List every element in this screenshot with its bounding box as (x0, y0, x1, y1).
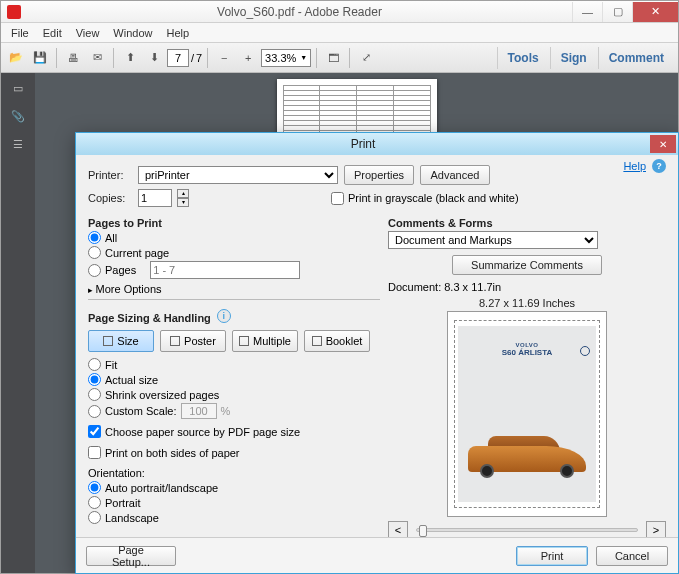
opt-all-row[interactable]: All (88, 231, 380, 244)
zoom-in-icon[interactable]: + (237, 47, 259, 69)
page-up-icon[interactable]: ⬆ (119, 47, 141, 69)
copies-spinner[interactable]: ▴▾ (177, 189, 189, 207)
print-icon[interactable]: 🖶 (62, 47, 84, 69)
maximize-button[interactable]: ▢ (602, 2, 632, 22)
opt-all-radio[interactable] (88, 231, 101, 244)
help-icon[interactable]: ? (652, 159, 666, 173)
nav-sidebar: ▭ 📎 ☰ (1, 73, 35, 573)
menu-window[interactable]: Window (107, 25, 158, 41)
toolbar: 📂 💾 🖶 ✉ ⬆ ⬇ / 7 − + 33.3%▼ 🗔 ⤢ Tools Sig… (1, 43, 678, 73)
tab-multiple[interactable]: Multiple (232, 330, 298, 352)
actual-size-row[interactable]: Actual size (88, 373, 380, 386)
orient-portrait-row[interactable]: Portrait (88, 496, 380, 509)
email-icon[interactable]: ✉ (86, 47, 108, 69)
titlebar: Volvo_S60.pdf - Adobe Reader — ▢ ✕ (1, 1, 678, 23)
minimize-button[interactable]: — (572, 2, 602, 22)
print-dialog: Print ✕ Help ? Printer: priPrinter Prope… (75, 132, 679, 574)
orientation-label: Orientation: (88, 467, 380, 479)
custom-scale-radio[interactable] (88, 405, 101, 418)
more-options-toggle[interactable]: More Options (88, 283, 380, 295)
page-setup-button[interactable]: Page Setup... (86, 546, 176, 566)
open-icon[interactable]: 📂 (5, 47, 27, 69)
choose-paper-row[interactable]: Choose paper source by PDF page size (88, 425, 380, 438)
print-preview: VOLVO S60 ÁRLISTA (447, 311, 607, 517)
poster-icon (170, 336, 180, 346)
print-button[interactable]: Print (516, 546, 588, 566)
opt-pages-radio[interactable] (88, 264, 101, 277)
grayscale-checkbox[interactable] (331, 192, 344, 205)
shrink-row[interactable]: Shrink oversized pages (88, 388, 380, 401)
close-button[interactable]: ✕ (632, 2, 678, 22)
preview-dimensions: 8.27 x 11.69 Inches (388, 297, 666, 309)
printer-label: Printer: (88, 169, 132, 181)
tool-icon-1[interactable]: 🗔 (322, 47, 344, 69)
opt-current-radio[interactable] (88, 246, 101, 259)
preview-brand2: S60 ÁRLISTA (502, 348, 553, 357)
tab-poster[interactable]: Poster (160, 330, 226, 352)
menu-file[interactable]: File (5, 25, 35, 41)
menubar: File Edit View Window Help (1, 23, 678, 43)
copies-label: Copies: (88, 192, 132, 204)
thumbnails-icon[interactable]: ▭ (9, 79, 27, 97)
size-icon (103, 336, 113, 346)
zoom-out-icon[interactable]: − (213, 47, 235, 69)
grayscale-checkbox-row[interactable]: Print in grayscale (black and white) (331, 192, 519, 205)
orient-auto-row[interactable]: Auto portrait/landscape (88, 481, 380, 494)
car-illustration (464, 428, 590, 482)
help-link[interactable]: Help (623, 160, 646, 172)
orient-auto-radio[interactable] (88, 481, 101, 494)
dialog-title: Print (76, 137, 650, 151)
actual-size-radio[interactable] (88, 373, 101, 386)
pages-to-print-heading: Pages to Print (88, 217, 380, 229)
dialog-close-button[interactable]: ✕ (650, 135, 676, 153)
booklet-icon (312, 336, 322, 346)
tool-icon-2[interactable]: ⤢ (355, 47, 377, 69)
pages-range-input[interactable] (150, 261, 300, 279)
cancel-button[interactable]: Cancel (596, 546, 668, 566)
orient-landscape-row[interactable]: Landscape (88, 511, 380, 524)
comments-forms-heading: Comments & Forms (388, 217, 666, 229)
page-number-input[interactable] (167, 49, 189, 67)
multiple-icon (239, 336, 249, 346)
print-both-row[interactable]: Print on both sides of paper (88, 446, 380, 459)
opt-pages-row[interactable]: Pages (88, 261, 380, 279)
menu-edit[interactable]: Edit (37, 25, 68, 41)
menu-help[interactable]: Help (160, 25, 195, 41)
custom-scale-input (181, 403, 217, 419)
orient-landscape-radio[interactable] (88, 511, 101, 524)
comment-tab[interactable]: Comment (598, 47, 674, 69)
zoom-level[interactable]: 33.3%▼ (261, 49, 311, 67)
tab-booklet[interactable]: Booklet (304, 330, 370, 352)
advanced-button[interactable]: Advanced (420, 165, 490, 185)
sizing-heading: Page Sizing & Handling (88, 312, 211, 324)
dialog-titlebar: Print ✕ (76, 133, 678, 155)
document-size: Document: 8.3 x 11.7in (388, 281, 666, 293)
menu-view[interactable]: View (70, 25, 106, 41)
window-title: Volvo_S60.pdf - Adobe Reader (27, 5, 572, 19)
choose-paper-checkbox[interactable] (88, 425, 101, 438)
save-icon[interactable]: 💾 (29, 47, 51, 69)
tab-size[interactable]: Size (88, 330, 154, 352)
bookmarks-icon[interactable]: ☰ (9, 135, 27, 153)
printer-select[interactable]: priPrinter (138, 166, 338, 184)
app-icon (7, 5, 21, 19)
page-total: 7 (196, 52, 202, 64)
shrink-radio[interactable] (88, 388, 101, 401)
comments-forms-select[interactable]: Document and Markups (388, 231, 598, 249)
fit-radio[interactable] (88, 358, 101, 371)
custom-scale-row[interactable]: Custom Scale: % (88, 403, 380, 419)
grayscale-label: Print in grayscale (black and white) (348, 192, 519, 204)
fit-row[interactable]: Fit (88, 358, 380, 371)
opt-current-row[interactable]: Current page (88, 246, 380, 259)
summarize-comments-button[interactable]: Summarize Comments (452, 255, 602, 275)
copies-input[interactable] (138, 189, 172, 207)
sign-tab[interactable]: Sign (550, 47, 597, 69)
sizing-help-icon[interactable]: i (217, 309, 231, 323)
orient-portrait-radio[interactable] (88, 496, 101, 509)
page-down-icon[interactable]: ⬇ (143, 47, 165, 69)
properties-button[interactable]: Properties (344, 165, 414, 185)
preview-slider[interactable] (416, 528, 638, 532)
attachments-icon[interactable]: 📎 (9, 107, 27, 125)
tools-tab[interactable]: Tools (497, 47, 549, 69)
print-both-checkbox[interactable] (88, 446, 101, 459)
